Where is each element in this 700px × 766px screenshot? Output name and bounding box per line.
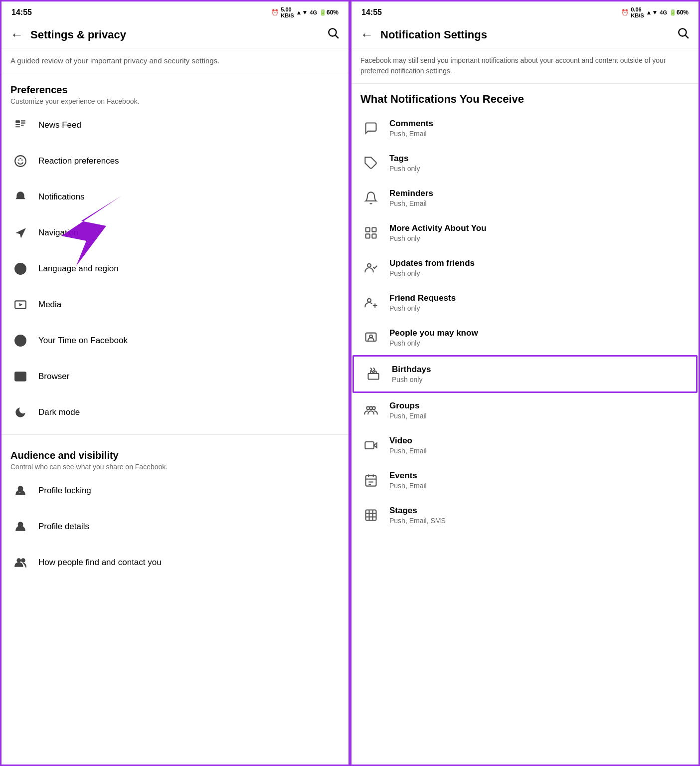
video-subtitle: Push, Email <box>389 447 690 455</box>
right-status-icons: ⏰ 0.06KB/S ▲▼ 4G 🔋60% <box>621 6 689 18</box>
svg-rect-40 <box>368 374 379 380</box>
notif-item-birthdays[interactable]: Birthdays Push only <box>352 355 698 393</box>
notif-item-friend-requests[interactable]: Friend Requests Push only <box>351 285 699 320</box>
svg-marker-17 <box>19 303 23 306</box>
notif-item-people[interactable]: People you may know Push only <box>351 320 699 355</box>
right-content: Facebook may still send you important no… <box>351 48 699 765</box>
people-subtitle: Push only <box>389 339 690 347</box>
video-icon <box>360 435 381 456</box>
alarm-icon: ⏰ <box>271 9 279 16</box>
preferences-section-header: Preferences Customize your experience on… <box>1 73 349 107</box>
friend-requests-text: Friend Requests Push only <box>389 293 690 312</box>
people-title: People you may know <box>389 328 690 338</box>
tags-text: Tags Push only <box>389 154 690 173</box>
language-label: Language and region <box>38 264 119 274</box>
left-description: A guided review of your important privac… <box>1 48 349 73</box>
reminders-title: Reminders <box>389 189 690 198</box>
svg-line-30 <box>686 35 689 38</box>
notif-item-updates[interactable]: Updates from friends Push only <box>351 250 699 285</box>
preferences-title: Preferences <box>10 84 340 96</box>
left-screen: 14:55 ⏰ 5.00KB/S ▲▼ 4G 🔋60% ← Settings &… <box>0 0 350 766</box>
birthdays-icon <box>363 364 384 384</box>
menu-item-navigation[interactable]: Navigation <box>1 215 349 251</box>
menu-item-reaction[interactable]: Reaction preferences <box>1 143 349 179</box>
events-title: Events <box>389 471 690 481</box>
notif-item-activity[interactable]: More Activity About You Push only <box>351 215 699 250</box>
notifications-label: Notifications <box>38 192 85 202</box>
tags-subtitle: Push only <box>389 165 690 173</box>
right-screen: 14:55 ⏰ 0.06KB/S ▲▼ 4G 🔋60% ← Notificati… <box>350 0 700 766</box>
svg-rect-24 <box>19 491 22 494</box>
right-status-bar: 14:55 ⏰ 0.06KB/S ▲▼ 4G 🔋60% <box>351 1 699 21</box>
profile-lock-icon <box>10 481 30 501</box>
tags-title: Tags <box>389 154 690 164</box>
menu-item-news-feed[interactable]: News Feed <box>1 107 349 143</box>
svg-rect-52 <box>366 510 376 521</box>
svg-point-10 <box>21 159 23 161</box>
left-content: A guided review of your important privac… <box>1 48 349 765</box>
menu-item-time[interactable]: Your Time on Facebook <box>1 323 349 359</box>
network-icon-right: 4G <box>660 9 667 15</box>
reaction-icon <box>10 151 30 171</box>
menu-item-dark-mode[interactable]: Dark mode <box>1 394 349 430</box>
section-divider <box>1 434 349 435</box>
activity-icon <box>360 222 381 243</box>
menu-item-profile-details[interactable]: Profile details <box>1 509 349 545</box>
stages-text: Stages Push, Email, SMS <box>389 506 690 525</box>
search-button[interactable] <box>327 26 340 43</box>
notif-item-comments[interactable]: Comments Push, Email <box>351 111 699 146</box>
notif-item-events[interactable]: Events Push, Email <box>351 463 699 498</box>
svg-point-26 <box>17 559 21 562</box>
battery-icon-right: 🔋60% <box>669 9 689 16</box>
menu-item-language[interactable]: Language and region <box>1 251 349 287</box>
svg-rect-3 <box>15 124 20 125</box>
svg-point-36 <box>367 264 371 267</box>
notif-item-reminders[interactable]: Reminders Push, Email <box>351 181 699 215</box>
svg-point-8 <box>15 156 26 167</box>
menu-item-media[interactable]: Media <box>1 287 349 323</box>
time-label: Your Time on Facebook <box>38 336 128 346</box>
svg-rect-33 <box>372 228 376 232</box>
video-title: Video <box>389 436 690 446</box>
notification-description: Facebook may still send you important no… <box>351 48 699 84</box>
dark-mode-icon <box>10 402 30 422</box>
signal-icon: ▲▼ <box>296 9 308 16</box>
activity-text: More Activity About You Push only <box>389 223 690 242</box>
menu-item-browser[interactable]: Browser <box>1 359 349 394</box>
network-icon: 4G <box>310 9 317 15</box>
activity-title: More Activity About You <box>389 223 690 233</box>
stages-title: Stages <box>389 506 690 516</box>
notif-item-tags[interactable]: Tags Push only <box>351 146 699 181</box>
left-time: 14:55 <box>11 8 32 17</box>
svg-rect-32 <box>366 228 370 232</box>
updates-subtitle: Push only <box>389 269 690 277</box>
notif-item-video[interactable]: Video Push, Email <box>351 428 699 463</box>
time-icon <box>10 331 30 351</box>
profile-locking-label: Profile locking <box>38 486 91 496</box>
notif-item-stages[interactable]: Stages Push, Email, SMS <box>351 498 699 533</box>
friend-requests-icon <box>360 292 381 313</box>
navigation-label: Navigation <box>38 228 78 238</box>
menu-item-find-contact[interactable]: How people find and contact you <box>1 545 349 580</box>
audience-subtitle: Control who can see what you share on Fa… <box>10 463 340 471</box>
svg-rect-6 <box>21 122 25 123</box>
svg-point-0 <box>329 28 336 36</box>
find-contact-icon <box>10 553 30 573</box>
right-search-button[interactable] <box>677 26 690 43</box>
left-status-bar: 14:55 ⏰ 5.00KB/S ▲▼ 4G 🔋60% <box>1 1 349 21</box>
friend-requests-subtitle: Push only <box>389 304 690 312</box>
svg-rect-35 <box>372 234 376 238</box>
right-back-button[interactable]: ← <box>360 27 373 42</box>
back-button[interactable]: ← <box>10 27 23 42</box>
groups-subtitle: Push, Email <box>389 412 690 420</box>
menu-item-profile-locking[interactable]: Profile locking <box>1 473 349 509</box>
activity-subtitle: Push only <box>389 234 690 242</box>
reaction-label: Reaction preferences <box>38 156 119 166</box>
battery-icon: 🔋60% <box>319 9 339 16</box>
updates-icon <box>360 257 381 278</box>
notifications-icon <box>10 187 30 207</box>
profile-details-icon <box>10 517 30 537</box>
data-speed: 5.00KB/S <box>281 6 294 18</box>
menu-item-notifications[interactable]: Notifications <box>1 179 349 215</box>
notif-item-groups[interactable]: Groups Push, Email <box>351 393 699 428</box>
